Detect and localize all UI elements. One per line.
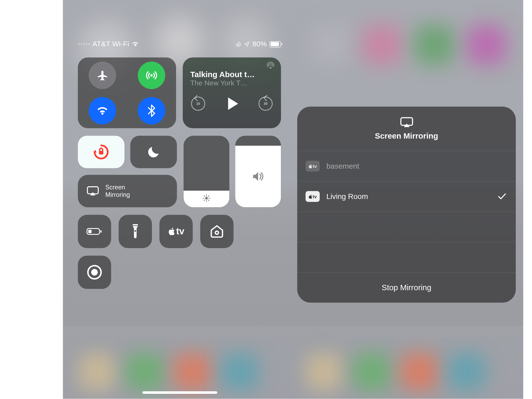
play-button[interactable] [228, 97, 238, 110]
airplay-audio-icon [266, 62, 275, 69]
carrier-label: AT&T Wi-Fi [92, 40, 129, 48]
brightness-icon [202, 194, 211, 202]
bluetooth-icon [148, 104, 155, 117]
svg-rect-4 [99, 151, 103, 155]
apple-tv-badge-icon: tv [306, 191, 320, 202]
svg-point-19 [134, 230, 136, 232]
device-name: basement [326, 162, 359, 171]
rotation-lock-toggle[interactable] [78, 136, 124, 168]
screen-mirroring-popover: Screen Mirroring tv basement tv Living R… [297, 107, 516, 303]
battery-percent: 80% [252, 40, 267, 48]
low-power-mode-toggle[interactable] [78, 215, 111, 248]
airplane-icon [96, 69, 109, 81]
do-not-disturb-toggle[interactable] [130, 136, 177, 168]
screen-mirroring-icon [400, 117, 414, 128]
moon-icon [146, 144, 161, 159]
media-module[interactable]: Talking About t… The New York T… 15 30 [183, 57, 281, 128]
airplane-toggle[interactable] [89, 61, 116, 89]
svg-rect-2 [238, 44, 239, 44]
svg-line-12 [208, 200, 209, 201]
battery-icon [269, 41, 281, 47]
svg-point-21 [216, 232, 218, 234]
wifi-icon [132, 41, 139, 47]
skip-forward-button[interactable]: 30 [259, 97, 273, 111]
wifi-icon [96, 105, 109, 116]
screen-mirroring-button[interactable]: ScreenMirroring [78, 175, 177, 207]
device-name: Living Room [326, 192, 368, 201]
skip-back-button[interactable]: 15 [191, 97, 205, 111]
svg-rect-18 [133, 226, 138, 226]
skip-back-seconds: 15 [196, 102, 200, 106]
svg-rect-17 [100, 230, 102, 232]
screen-mirroring-label: ScreenMirroring [105, 184, 130, 198]
flashlight-toggle[interactable] [119, 215, 152, 248]
bluetooth-toggle[interactable] [138, 97, 165, 124]
device-row-empty [297, 211, 516, 242]
popover-title: Screen Mirroring [375, 132, 438, 141]
home-button[interactable] [200, 215, 234, 248]
control-center-screen: AT&T Wi-Fi 80% [63, 0, 296, 399]
device-row-empty [297, 242, 516, 272]
volume-icon [251, 171, 265, 182]
media-title: Talking About t… [190, 70, 273, 79]
location-icon [244, 41, 250, 47]
status-bar: AT&T Wi-Fi 80% [63, 38, 296, 50]
rotation-lock-icon [92, 143, 110, 161]
stop-mirroring-label: Stop Mirroring [382, 283, 431, 292]
skip-fwd-seconds: 30 [264, 102, 267, 106]
device-row-basement[interactable]: tv basement [297, 151, 516, 181]
device-row-livingroom[interactable]: tv Living Room [297, 181, 516, 211]
screen-mirroring-icon [86, 186, 99, 197]
apple-tv-remote-button[interactable]: tv [159, 215, 193, 248]
svg-point-23 [91, 269, 98, 276]
home-icon [209, 224, 224, 239]
apple-tv-badge-icon: tv [306, 161, 320, 172]
connectivity-module[interactable] [78, 57, 176, 128]
record-icon [86, 264, 102, 280]
wifi-toggle[interactable] [89, 97, 116, 124]
screen-record-button[interactable] [78, 256, 111, 289]
flashlight-icon [131, 223, 139, 240]
battery-low-icon [86, 227, 103, 236]
screen-mirroring-popover-screen: Screen Mirroring tv basement tv Living R… [290, 0, 523, 399]
volume-slider[interactable] [235, 136, 281, 207]
apple-tv-icon: tv [168, 226, 184, 237]
stop-mirroring-button[interactable]: Stop Mirroring [297, 272, 516, 303]
cellular-toggle[interactable] [138, 61, 165, 89]
rotation-indicator-icon [235, 41, 242, 47]
svg-line-11 [204, 196, 205, 197]
home-indicator[interactable] [142, 391, 217, 394]
cellular-icon [144, 68, 159, 82]
cell-bars-icon [78, 43, 90, 45]
svg-line-13 [204, 200, 205, 201]
svg-line-14 [208, 196, 209, 197]
brightness-slider[interactable] [184, 136, 229, 207]
checkmark-icon [497, 193, 506, 200]
svg-point-3 [150, 74, 153, 76]
svg-point-6 [205, 197, 208, 200]
media-subtitle: The New York T… [190, 79, 273, 87]
svg-rect-16 [88, 230, 92, 233]
